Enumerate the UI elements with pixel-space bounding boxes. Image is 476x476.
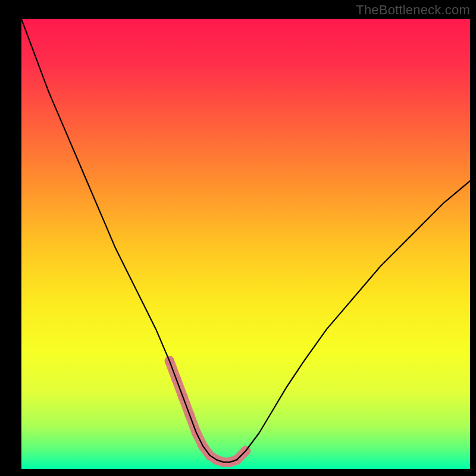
bottleneck-chart [0,0,476,476]
chart-frame: TheBottleneck.com [0,0,476,476]
